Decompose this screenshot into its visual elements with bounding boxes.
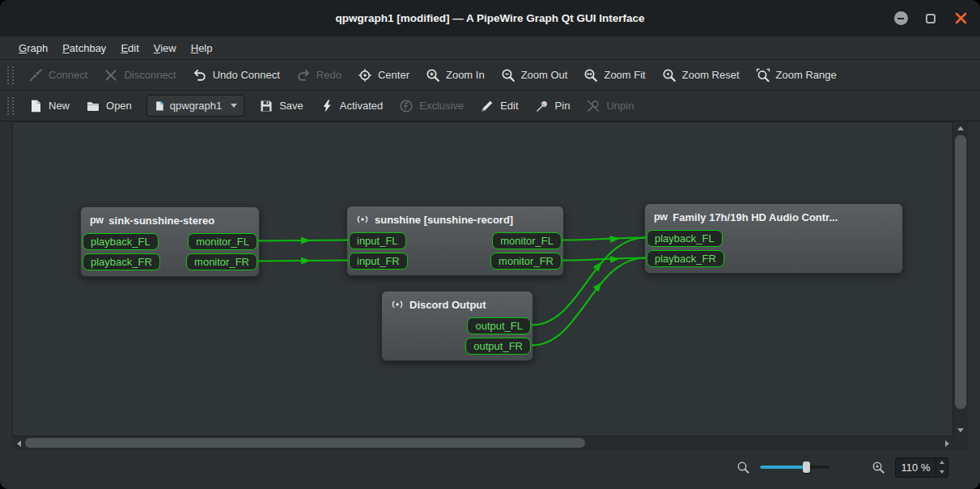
scroll-left-button[interactable] [14, 436, 23, 450]
connection[interactable] [258, 240, 348, 241]
horizontal-scrollbar[interactable] [12, 436, 953, 450]
activated-button[interactable]: Activated [312, 95, 391, 117]
menu-graph[interactable]: Graph [11, 40, 55, 57]
port-out[interactable]: output_FL [467, 317, 531, 334]
button-label: Zoom Out [521, 69, 568, 81]
menu-patchbay[interactable]: Patchbay [55, 40, 113, 57]
vertical-scrollbar-thumb[interactable] [955, 135, 966, 409]
disconnect-button[interactable]: Disconnect [95, 64, 184, 87]
patchbay-profile-combobox[interactable]: qpwgraph1 [146, 95, 244, 117]
button-label: Zoom Range [776, 69, 837, 81]
toolbar-drag-handle[interactable] [7, 97, 14, 115]
connect-button[interactable]: Connect [20, 64, 95, 87]
node-header: pw Family 17h/19h HD Audio Contr... [645, 209, 902, 225]
undo-connect-button[interactable]: Undo Connect [185, 64, 288, 87]
port-out[interactable]: monitor_FR [186, 253, 257, 270]
button-label: Center [378, 69, 409, 81]
menu-label: V [154, 42, 160, 54]
center-button[interactable]: Center [350, 64, 418, 87]
new-button[interactable]: New [20, 95, 78, 117]
menu-view[interactable]: View [146, 40, 184, 57]
zoom-in-button[interactable]: Zoom In [418, 64, 493, 87]
activated-bolt-icon [320, 99, 334, 113]
connection-arrow-icon [301, 257, 311, 265]
menu-edit[interactable]: Edit [113, 40, 146, 57]
vertical-scrollbar[interactable] [953, 121, 968, 436]
toolbar-drag-handle[interactable] [7, 66, 14, 84]
connection[interactable] [258, 261, 348, 262]
open-button[interactable]: Open [78, 95, 140, 117]
button-label: Connect [49, 69, 87, 81]
scrollbar-corner [953, 436, 968, 450]
zoom-spinbox[interactable]: 110 % [895, 457, 948, 478]
zoom-slider-handle[interactable] [803, 461, 810, 473]
menu-label: H [191, 42, 198, 54]
graph-node-sink-sunshine-stereo[interactable]: pw sink-sunshine-stereo playback_FL moni… [80, 206, 260, 277]
open-folder-icon [86, 99, 100, 113]
undo-icon [193, 68, 207, 83]
minimize-button[interactable] [893, 11, 909, 27]
menu-help[interactable]: Help [184, 40, 220, 57]
port-in[interactable]: playback_FR [83, 253, 160, 270]
zoom-value[interactable]: 110 % [896, 458, 935, 477]
zoom-slider-fill [760, 466, 806, 469]
graph-node-family-audio[interactable]: pw Family 17h/19h HD Audio Contr... play… [644, 203, 903, 274]
graph-canvas[interactable]: pw sink-sunshine-stereo playback_FL moni… [12, 121, 953, 436]
port-out[interactable]: output_FR [465, 338, 531, 355]
port-out[interactable]: monitor_FR [490, 253, 562, 270]
chevron-down-icon [231, 104, 237, 108]
zoom-out-button[interactable]: Zoom Out [493, 64, 576, 87]
horizontal-scrollbar-thumb[interactable] [25, 438, 585, 448]
menu-label: G [19, 42, 27, 54]
connection-arrow-icon [593, 260, 605, 272]
graph-node-sunshine[interactable]: sunshine [sunshine-record] input_FL moni… [346, 206, 564, 276]
zoom-reset-icon [662, 68, 677, 83]
exclusive-button[interactable]: Exclusive [391, 95, 472, 117]
scroll-right-button[interactable] [942, 436, 952, 450]
button-label: Exclusive [419, 100, 464, 112]
menu-label: P [62, 42, 70, 54]
button-label: Zoom Reset [682, 69, 740, 81]
zoom-out-icon [501, 68, 515, 83]
graph-node-discord-output[interactable]: Discord Output output_FL output_FR [381, 291, 533, 361]
node-header: pw sink-sunshine-stereo [81, 212, 259, 228]
zoom-range-button[interactable]: Zoom Range [748, 64, 845, 87]
button-label: Activated [340, 100, 383, 112]
edit-button[interactable]: Edit [472, 95, 526, 117]
port-out[interactable]: monitor_FL [492, 232, 562, 249]
patchbay-file-icon [154, 100, 165, 112]
port-in[interactable]: playback_FL [83, 233, 159, 250]
button-label: New [49, 100, 70, 112]
button-label: Redo [316, 69, 342, 81]
app-window: qpwgraph1 [modified] — A PipeWire Graph … [0, 0, 980, 489]
zoom-reset-button[interactable]: Zoom Reset [654, 64, 748, 87]
scroll-down-button[interactable] [953, 425, 968, 435]
menu-label: raph [27, 42, 48, 54]
zoom-spin-up-button[interactable] [936, 458, 948, 468]
zoom-spin-down-button[interactable] [936, 467, 948, 477]
button-label: Pin [555, 100, 571, 112]
redo-button[interactable]: Redo [288, 64, 350, 87]
connection-arrow-icon [593, 280, 605, 292]
port-in[interactable]: input_FR [349, 253, 408, 270]
zoom-slider[interactable] [760, 461, 829, 474]
port-in[interactable]: input_FL [349, 232, 406, 249]
port-in[interactable]: playback_FR [647, 250, 724, 267]
pin-icon [535, 99, 549, 113]
maximize-icon [926, 14, 935, 23]
minimize-icon [894, 11, 908, 25]
scroll-up-button[interactable] [953, 123, 968, 133]
connection[interactable] [562, 238, 646, 240]
close-button[interactable] [952, 11, 969, 27]
zoom-slider-track[interactable] [760, 466, 829, 469]
maximize-button[interactable] [923, 11, 939, 27]
save-button[interactable]: Save [251, 95, 312, 117]
port-out[interactable]: monitor_FL [188, 233, 257, 250]
connection[interactable] [562, 258, 646, 261]
unpin-button[interactable]: Unpin [578, 95, 642, 117]
exclusive-icon [399, 99, 414, 113]
pin-button[interactable]: Pin [527, 95, 579, 117]
zoom-fit-button[interactable]: Zoom Fit [575, 64, 653, 87]
graph-toolbar: Connect Disconnect Undo Connect Redo Cen [0, 60, 980, 91]
port-in[interactable]: playback_FL [647, 230, 723, 247]
